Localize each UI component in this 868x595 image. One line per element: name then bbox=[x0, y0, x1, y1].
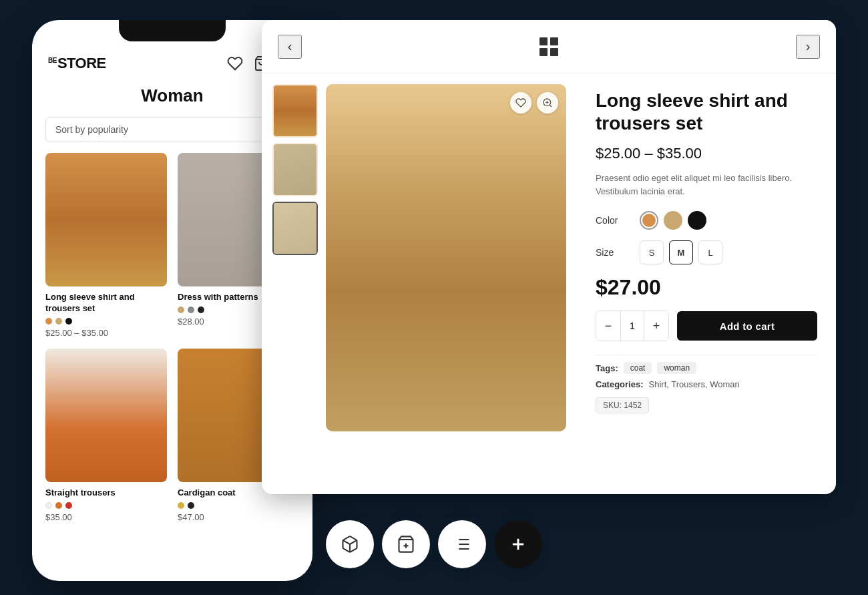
detail-price-range: $25.00 – $35.00 bbox=[596, 145, 817, 162]
prev-button[interactable]: ‹ bbox=[278, 35, 302, 59]
color-dot bbox=[45, 318, 52, 325]
color-dot bbox=[198, 307, 204, 313]
color-options bbox=[640, 211, 706, 230]
cube-icon bbox=[341, 535, 359, 554]
zoom-image-button[interactable] bbox=[537, 92, 558, 114]
panel-body: Long sleeve shirt and trousers set $25.0… bbox=[262, 73, 836, 494]
color-dot bbox=[65, 318, 72, 325]
categories-row: Categories: Shirt, Trousers, Woman bbox=[596, 379, 817, 389]
main-product-image bbox=[326, 84, 566, 431]
product-name-3: Straight trousers bbox=[45, 487, 167, 499]
bottom-bar bbox=[326, 520, 542, 568]
add-to-cart-row: − 1 + Add to cart bbox=[596, 311, 817, 341]
product-price-1: $25.00 – $35.00 bbox=[45, 328, 167, 338]
logo-prefix: BE bbox=[48, 57, 57, 64]
add-button[interactable] bbox=[494, 520, 542, 568]
sku-value: 1452 bbox=[624, 401, 642, 410]
product-image-1 bbox=[45, 153, 167, 286]
thumbnail-list bbox=[272, 84, 318, 483]
list-button[interactable] bbox=[438, 520, 486, 568]
product-image-3 bbox=[45, 349, 167, 482]
product-price-3: $35.00 bbox=[45, 512, 167, 522]
panel-nav: ‹ › bbox=[262, 20, 836, 73]
sku-row: SKU: 1452 bbox=[596, 395, 817, 413]
app-logo: BESTORE bbox=[48, 55, 106, 72]
qty-decrease-button[interactable]: − bbox=[596, 311, 620, 341]
heart-icon bbox=[515, 97, 526, 108]
current-price: $27.00 bbox=[596, 275, 817, 300]
size-m[interactable]: M bbox=[669, 240, 693, 264]
detail-description: Praesent odio eget elit aliquet mi leo f… bbox=[596, 172, 817, 198]
size-options: S M L bbox=[640, 240, 722, 264]
size-option-row: Size S M L bbox=[596, 240, 817, 264]
image-actions bbox=[510, 92, 558, 114]
detail-product-name: Long sleeve shirt and trousers set bbox=[596, 89, 817, 134]
color-dot bbox=[178, 307, 184, 313]
grid-view-icon[interactable] bbox=[539, 37, 558, 56]
sort-label: Sort by popularity bbox=[55, 124, 128, 135]
quantity-value: 1 bbox=[620, 311, 644, 341]
plus-icon bbox=[509, 535, 527, 554]
color-dot bbox=[55, 318, 62, 325]
tag-coat[interactable]: coat bbox=[624, 362, 652, 374]
size-label: Size bbox=[596, 247, 629, 258]
thumbnail-2[interactable] bbox=[272, 143, 318, 196]
color-option-tan[interactable] bbox=[664, 211, 682, 230]
color-dot bbox=[178, 502, 184, 509]
color-dot bbox=[188, 307, 194, 313]
size-l[interactable]: L bbox=[698, 240, 722, 264]
product-card-1[interactable]: Long sleeve shirt and trousers set $25.0… bbox=[45, 153, 167, 338]
phone-notch bbox=[119, 20, 226, 41]
product-name-1: Long sleeve shirt and trousers set bbox=[45, 292, 167, 315]
bag-plus-icon bbox=[397, 535, 415, 554]
tags-label: Tags: bbox=[596, 363, 618, 373]
next-button[interactable]: › bbox=[796, 35, 820, 59]
color-option-black[interactable] bbox=[688, 211, 706, 230]
product-colors-3 bbox=[45, 502, 167, 509]
wishlist-image-button[interactable] bbox=[510, 92, 531, 114]
tags-row: Tags: coat woman bbox=[596, 362, 817, 374]
add-to-cart-button[interactable]: Add to cart bbox=[677, 311, 817, 341]
cube-button[interactable] bbox=[326, 520, 374, 568]
image-section bbox=[262, 73, 577, 494]
categories-value: Shirt, Trousers, Woman bbox=[649, 379, 740, 389]
thumbnail-3[interactable] bbox=[272, 202, 318, 255]
size-s[interactable]: S bbox=[640, 240, 664, 264]
thumbnail-1[interactable] bbox=[272, 84, 318, 138]
list-icon bbox=[453, 535, 471, 554]
categories-label: Categories: bbox=[596, 379, 644, 389]
wishlist-icon[interactable] bbox=[227, 55, 243, 71]
product-card-3[interactable]: Straight trousers $35.00 bbox=[45, 349, 167, 522]
color-label: Color bbox=[596, 215, 629, 226]
color-dot bbox=[45, 502, 52, 509]
product-info: Long sleeve shirt and trousers set $25.0… bbox=[577, 73, 836, 494]
color-option-orange[interactable] bbox=[640, 211, 658, 230]
qty-increase-button[interactable]: + bbox=[644, 311, 668, 341]
color-dot bbox=[188, 502, 194, 509]
color-option-row: Color bbox=[596, 211, 817, 230]
bag-plus-button[interactable] bbox=[382, 520, 430, 568]
svg-line-17 bbox=[550, 105, 552, 107]
color-dot bbox=[65, 502, 72, 509]
sku-label: SKU: bbox=[603, 401, 622, 410]
quantity-control: − 1 + bbox=[596, 311, 669, 341]
tag-woman[interactable]: woman bbox=[657, 362, 696, 374]
detail-panel: ‹ › bbox=[262, 20, 836, 494]
sku-badge: SKU: 1452 bbox=[596, 397, 649, 413]
sort-bar[interactable]: Sort by popularity bbox=[45, 117, 299, 142]
zoom-icon bbox=[542, 97, 553, 108]
product-colors-1 bbox=[45, 318, 167, 325]
product-colors-4 bbox=[178, 502, 299, 509]
color-dot bbox=[55, 502, 62, 509]
product-price-4: $47.00 bbox=[178, 512, 299, 522]
